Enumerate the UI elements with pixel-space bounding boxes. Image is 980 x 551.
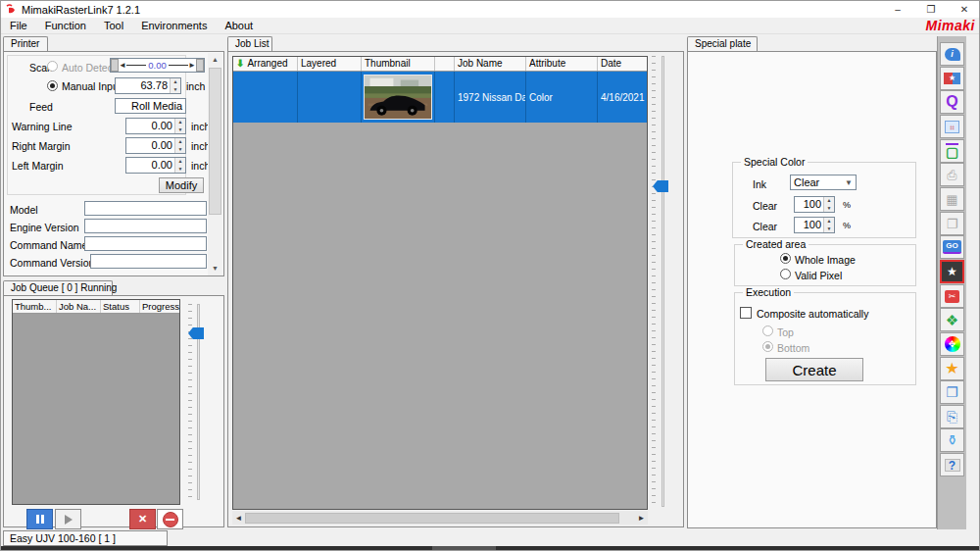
- tab-job-list[interactable]: Job List: [227, 36, 272, 51]
- quality-button[interactable]: Q: [940, 90, 964, 114]
- job-properties-button[interactable]: ★: [940, 67, 964, 90]
- bottom-label: Bottom: [777, 342, 809, 354]
- play-button[interactable]: [55, 509, 81, 529]
- scroll-left-icon[interactable]: ◄: [232, 514, 245, 523]
- execute-go-button[interactable]: GO: [940, 235, 964, 259]
- command-name-field[interactable]: [84, 236, 207, 251]
- column-blank[interactable]: [435, 57, 455, 71]
- manual-input-radio[interactable]: [47, 80, 58, 91]
- scan-range-widget[interactable]: ◄ 0.00 ►: [110, 58, 205, 73]
- special-plate-button-active[interactable]: ★: [940, 260, 964, 283]
- ink-select[interactable]: Clear ▼: [790, 175, 857, 190]
- play-icon: [65, 515, 73, 525]
- warning-line-spin-buttons[interactable]: ▲▼: [174, 119, 185, 133]
- bottom-radio[interactable]: [762, 341, 773, 352]
- left-margin-spinner[interactable]: 0.00 ▲▼: [125, 157, 186, 174]
- composite-automatically-checkbox[interactable]: [740, 307, 752, 319]
- hscrollbar-thumb[interactable]: [245, 513, 619, 524]
- manual-input-spin-buttons[interactable]: ▲▼: [170, 78, 180, 93]
- tab-job-queue[interactable]: Job Queue [ 0 ] Running: [3, 280, 113, 295]
- scan-right-cap[interactable]: [196, 59, 204, 72]
- column-job-name[interactable]: Job Na...: [57, 300, 101, 313]
- favorite-button[interactable]: ★: [940, 357, 964, 380]
- right-margin-spin-buttons[interactable]: ▲▼: [174, 138, 185, 153]
- cancel-button[interactable]: ✕: [129, 509, 156, 529]
- menu-file[interactable]: File: [1, 18, 36, 33]
- column-attribute[interactable]: Attribute: [526, 57, 598, 71]
- valid-pixel-radio[interactable]: [780, 269, 791, 279]
- copies-button-disabled[interactable]: ❐: [940, 212, 964, 235]
- help-button[interactable]: ?: [940, 453, 964, 476]
- minimize-button[interactable]: –: [881, 1, 914, 18]
- clear-1-spin-buttons[interactable]: ▲▼: [823, 197, 834, 212]
- clear-channel-2-spinner[interactable]: 100 ▲▼: [794, 217, 835, 233]
- column-job-name[interactable]: Job Name: [455, 57, 526, 71]
- cut-button[interactable]: ✂: [940, 284, 964, 308]
- slider-track[interactable]: [662, 56, 664, 507]
- engine-version-field[interactable]: [84, 219, 207, 233]
- cell-layered: [298, 72, 362, 123]
- warning-line-spinner[interactable]: 0.00 ▲▼: [125, 118, 186, 134]
- tiling-button-disabled[interactable]: ▦: [940, 187, 964, 211]
- printer-panel-scrollbar[interactable]: ▲ ▼: [208, 53, 222, 276]
- stop-button[interactable]: [157, 509, 183, 529]
- backup-button[interactable]: ⎘: [940, 405, 964, 428]
- whole-image-radio[interactable]: [780, 253, 791, 264]
- tiling-icon: ▦: [946, 193, 957, 206]
- column-date[interactable]: Date: [598, 57, 647, 71]
- auto-detection-radio[interactable]: [47, 61, 58, 72]
- create-button[interactable]: Create: [765, 358, 863, 381]
- job-list-table: ⬇Arranged Layered Thumbnail Job Name Att…: [232, 56, 648, 510]
- scan-left-cap[interactable]: [111, 59, 119, 72]
- clear-channel-1-spinner[interactable]: 100 ▲▼: [794, 196, 835, 213]
- column-thumbnail[interactable]: Thumb...: [13, 300, 57, 313]
- help-icon: ?: [945, 459, 960, 472]
- scroll-down-icon[interactable]: ▼: [208, 262, 222, 276]
- model-field[interactable]: [84, 201, 207, 216]
- chevron-down-icon: ▼: [842, 178, 856, 187]
- menu-about[interactable]: About: [216, 18, 262, 33]
- scrollbar-thumb[interactable]: [209, 68, 221, 215]
- job-queue-slider[interactable]: [186, 304, 206, 500]
- column-arranged[interactable]: ⬇Arranged: [233, 57, 298, 71]
- tab-printer[interactable]: Printer: [3, 36, 48, 51]
- column-thumbnail[interactable]: Thumbnail: [362, 57, 435, 71]
- menu-environments[interactable]: Environments: [132, 18, 216, 33]
- modify-button[interactable]: Modify: [159, 177, 204, 193]
- printer-status-tab[interactable]: Easy UJV 100-160 [ 1 ]: [3, 530, 168, 546]
- clear-2-spin-buttons[interactable]: ▲▼: [823, 218, 834, 232]
- color-adjust-button[interactable]: ✥: [940, 332, 964, 356]
- print-area-button[interactable]: ▢: [940, 139, 964, 163]
- column-layered[interactable]: Layered: [298, 57, 362, 71]
- pause-button[interactable]: [26, 509, 53, 529]
- status-bar: Easy UJV 100-160 [ 1 ]: [1, 529, 980, 546]
- column-status[interactable]: Status: [101, 300, 140, 313]
- top-radio[interactable]: [762, 326, 773, 336]
- column-progress[interactable]: Progress: [140, 300, 179, 313]
- tab-special-plate[interactable]: Special plate: [687, 36, 758, 51]
- printer-button-disabled[interactable]: ⎙: [940, 163, 964, 186]
- trash-icon: ⚱: [947, 433, 958, 447]
- trash-button[interactable]: ⚱: [940, 428, 964, 452]
- menu-function[interactable]: Function: [36, 18, 95, 33]
- command-version-field[interactable]: [90, 254, 207, 269]
- job-row-selected[interactable]: 1972 Nissan Dat... Color 4/16/2021 7...: [233, 72, 647, 123]
- composition-icon: ❖: [946, 313, 958, 327]
- job-list-hscrollbar[interactable]: ◄ ►: [232, 511, 648, 525]
- feed-label: Feed: [29, 101, 53, 113]
- scroll-right-icon[interactable]: ►: [635, 514, 648, 523]
- composition-button[interactable]: ❖: [940, 308, 964, 331]
- menu-tool[interactable]: Tool: [95, 18, 132, 33]
- left-margin-spin-buttons[interactable]: ▲▼: [174, 158, 185, 173]
- scroll-up-icon[interactable]: ▲: [208, 53, 222, 67]
- restore-button[interactable]: ❐: [914, 1, 948, 18]
- feed-value-box[interactable]: Roll Media: [115, 98, 186, 114]
- manual-input-spinner[interactable]: 63.78 ▲▼: [115, 77, 181, 94]
- crop-button[interactable]: ⌗: [940, 115, 964, 138]
- close-button[interactable]: ✕: [948, 1, 980, 18]
- info-button[interactable]: i: [940, 42, 964, 66]
- right-margin-spinner[interactable]: 0.00 ▲▼: [125, 137, 186, 154]
- job-list-zoom-slider[interactable]: [650, 56, 671, 510]
- manual-input-unit: inch: [186, 80, 205, 92]
- duplicate-button[interactable]: ❐: [940, 380, 964, 404]
